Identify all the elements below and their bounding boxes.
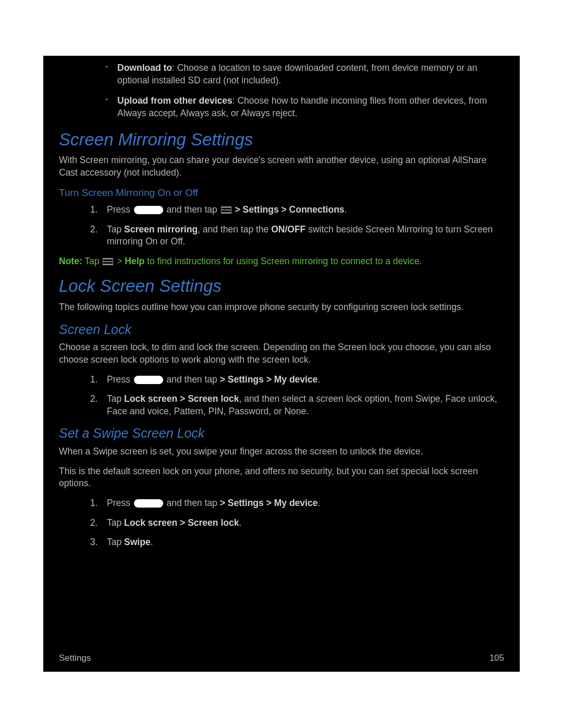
text: Tap [82, 256, 102, 266]
note-label: Note: [59, 256, 82, 266]
nav-path: > Settings > My device [220, 498, 318, 508]
text: Tap [107, 517, 124, 528]
text-strong: Lock screen > Screen lock [124, 517, 239, 528]
subheading-screen-lock: Screen Lock [59, 321, 504, 339]
subheading-swipe-lock: Set a Swipe Screen Lock [59, 425, 504, 442]
text: and then tap [164, 204, 220, 215]
home-button-icon [134, 499, 163, 508]
bullet-strong: Download to [117, 63, 172, 73]
text: and then tap [164, 498, 220, 508]
text: . [345, 204, 347, 215]
steps-mirroring: Press and then tap > Settings > Connecti… [90, 204, 504, 248]
text: Press [107, 498, 133, 508]
text: to find instructions for using Screen mi… [144, 256, 422, 266]
bullet-item: Download to: Choose a location to save d… [106, 62, 504, 87]
text: . [317, 498, 320, 508]
footer-page-number: 105 [489, 652, 504, 664]
heading-lock-screen: Lock Screen Settings [59, 275, 504, 298]
paragraph: Choose a screen lock, to dim and lock th… [59, 341, 504, 366]
home-button-icon [134, 376, 163, 384]
bullet-item: Upload from other devices: Choose how to… [106, 95, 504, 119]
paragraph: With Screen mirroring, you can share you… [59, 154, 504, 179]
text-strong: Swipe [124, 537, 151, 547]
nav-path: > Settings > My device [220, 374, 318, 385]
heading-screen-mirroring: Screen Mirroring Settings [59, 128, 504, 152]
text-strong: ON/OFF [271, 224, 305, 235]
page-footer: Settings 105 [59, 652, 504, 664]
footer-section: Settings [59, 652, 91, 664]
step-item: Press and then tap > Settings > My devic… [90, 374, 504, 386]
text: Tap [107, 393, 124, 404]
subheading-turn-mirroring: Turn Screen Mirroring On or Off [59, 186, 504, 200]
text: Tap [107, 224, 124, 235]
paragraph: When a Swipe screen is set, you swipe yo… [59, 446, 504, 458]
help-label: Help [125, 256, 144, 266]
nav-path: > Settings > Connections [232, 204, 345, 215]
text: . [317, 374, 320, 385]
text: > [114, 256, 125, 266]
menu-icon [221, 206, 231, 214]
step-item: Tap Lock screen > Screen lock. [90, 517, 504, 529]
document-page: Download to: Choose a location to save d… [43, 56, 520, 672]
bullet-strong: Upload from other devices [117, 95, 232, 106]
step-item: Tap Swipe. [90, 536, 504, 549]
step-item: Press and then tap > Settings > Connecti… [90, 204, 504, 216]
text: Press [107, 204, 133, 215]
text: Press [107, 374, 133, 385]
text: Tap [107, 537, 124, 547]
paragraph: This is the default screen lock on your … [59, 465, 504, 490]
menu-icon [103, 258, 113, 265]
intro-bullet-list: Download to: Choose a location to save d… [106, 62, 504, 120]
step-item: Tap Screen mirroring, and then tap the O… [90, 224, 504, 248]
text: . [239, 517, 241, 528]
step-item: Press and then tap > Settings > My devic… [90, 497, 504, 510]
text: . [151, 537, 153, 547]
text: and then tap [164, 374, 220, 385]
text-strong: Screen mirroring [124, 224, 198, 235]
steps-screen-lock: Press and then tap > Settings > My devic… [90, 374, 504, 418]
step-item: Tap Lock screen > Screen lock, and then … [90, 393, 504, 417]
text-strong: Lock screen > Screen lock [124, 393, 239, 404]
home-button-icon [134, 206, 163, 214]
text: , and then tap the [198, 224, 271, 235]
steps-swipe-lock: Press and then tap > Settings > My devic… [90, 497, 504, 549]
paragraph: The following topics outline how you can… [59, 301, 504, 314]
note-line: Note: Tap > Help to find instructions fo… [59, 255, 504, 268]
